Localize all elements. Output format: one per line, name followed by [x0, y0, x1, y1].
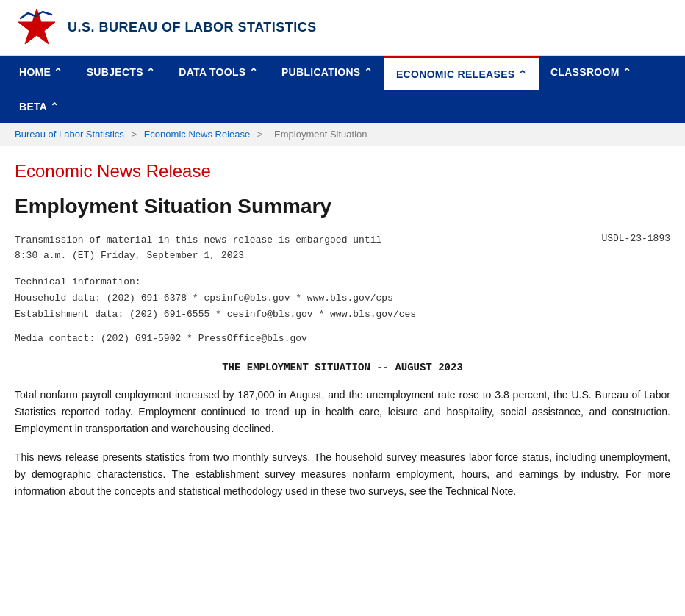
nav-item-subjects[interactable]: SUBJECTS ⌃: [75, 56, 168, 90]
technical-label: Technical information:: [15, 274, 670, 290]
breadcrumb-sep-2: >: [257, 129, 263, 140]
nav-item-economic-releases[interactable]: ECONOMIC RELEASES ⌃: [384, 56, 539, 90]
nav-item-classroom[interactable]: CLASSROOM ⌃: [539, 56, 643, 90]
bls-logo: [15, 7, 59, 48]
nav-link-home[interactable]: HOME ⌃: [7, 56, 75, 88]
usdl-number: USDL-23-1893: [601, 233, 670, 244]
household-data: Household data: (202) 691-6378 * cpsinfo…: [15, 290, 670, 307]
breadcrumb: Bureau of Labor Statistics > Economic Ne…: [0, 123, 685, 146]
release-embargo: Transmission of material in this news re…: [15, 233, 381, 264]
main-nav: HOME ⌃ SUBJECTS ⌃ DATA TOOLS ⌃ PUBLICATI…: [0, 56, 685, 123]
section-heading: THE EMPLOYMENT SITUATION -- AUGUST 2023: [15, 362, 670, 373]
release-title: Employment Situation Summary: [15, 195, 670, 218]
site-header: U.S. BUREAU OF LABOR STATISTICS: [0, 0, 685, 56]
technical-info: Technical information: Household data: (…: [15, 274, 670, 323]
logo-area: U.S. BUREAU OF LABOR STATISTICS: [15, 7, 317, 48]
survey-paragraph: This news release presents statistics fr…: [15, 449, 670, 500]
breadcrumb-home-link[interactable]: Bureau of Labor Statistics: [15, 129, 124, 140]
nav-link-beta[interactable]: BETA ⌃: [7, 90, 71, 123]
site-title: U.S. BUREAU OF LABOR STATISTICS: [68, 20, 317, 35]
breadcrumb-current: Employment Situation: [274, 129, 367, 140]
nav-link-publications[interactable]: PUBLICATIONS ⌃: [270, 56, 384, 88]
summary-paragraph: Total nonfarm payroll employment increas…: [15, 387, 670, 437]
nav-link-subjects[interactable]: SUBJECTS ⌃: [75, 56, 168, 88]
release-header-row: Transmission of material in this news re…: [15, 233, 670, 264]
nav-link-data-tools[interactable]: DATA TOOLS ⌃: [167, 56, 270, 88]
nav-item-home[interactable]: HOME ⌃: [7, 56, 75, 90]
nav-item-beta[interactable]: BETA ⌃: [7, 90, 71, 123]
nav-item-data-tools[interactable]: DATA TOOLS ⌃: [167, 56, 270, 90]
embargo-line2: 8:30 a.m. (ET) Friday, September 1, 2023: [15, 248, 381, 264]
main-content: Economic News Release Employment Situati…: [0, 146, 685, 522]
establishment-data: Establishment data: (202) 691-6555 * ces…: [15, 307, 670, 323]
page-subtitle: Economic News Release: [15, 161, 670, 182]
breadcrumb-sep-1: >: [131, 129, 137, 140]
breadcrumb-news-release-link[interactable]: Economic News Release: [144, 129, 251, 140]
media-contact: Media contact: (202) 691-5902 * PressOff…: [15, 333, 670, 344]
embargo-line1: Transmission of material in this news re…: [15, 233, 381, 248]
nav-item-publications[interactable]: PUBLICATIONS ⌃: [270, 56, 384, 90]
nav-link-economic-releases[interactable]: ECONOMIC RELEASES ⌃: [384, 56, 539, 90]
nav-link-classroom[interactable]: CLASSROOM ⌃: [539, 56, 643, 88]
